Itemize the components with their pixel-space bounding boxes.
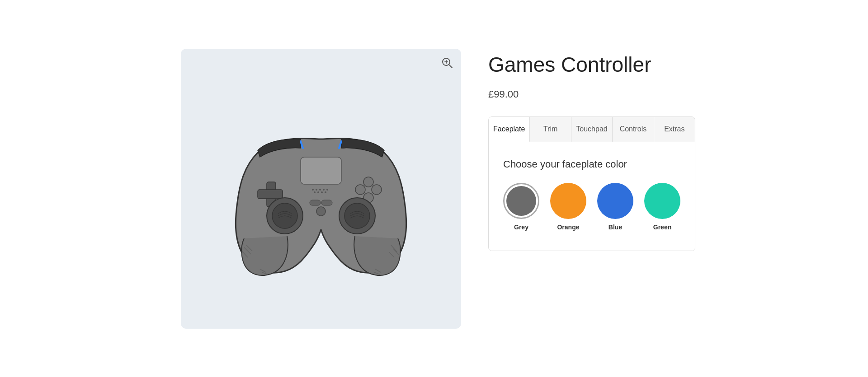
tab-touchpad[interactable]: Touchpad <box>571 117 613 142</box>
tabs-panel: Faceplate Trim Touchpad Controls Extras … <box>488 116 695 251</box>
tab-trim[interactable]: Trim <box>530 117 571 142</box>
color-options: Grey Orange Blue Green <box>503 183 680 231</box>
svg-point-7 <box>312 189 314 191</box>
color-swatch-orange[interactable] <box>550 183 586 219</box>
tab-controls[interactable]: Controls <box>613 117 654 142</box>
color-label-grey: Grey <box>514 223 528 231</box>
svg-rect-17 <box>258 190 283 199</box>
svg-point-9 <box>319 189 321 191</box>
svg-point-19 <box>372 185 382 195</box>
svg-point-15 <box>325 191 326 193</box>
svg-point-28 <box>316 207 326 216</box>
color-label-orange: Orange <box>557 223 579 231</box>
color-label-blue: Blue <box>609 223 622 231</box>
svg-point-18 <box>363 177 373 187</box>
svg-rect-6 <box>301 157 341 184</box>
product-price: £99.00 <box>488 88 695 100</box>
svg-rect-27 <box>321 200 332 205</box>
svg-point-14 <box>321 191 323 193</box>
svg-point-8 <box>316 189 317 191</box>
tab-extras[interactable]: Extras <box>654 117 695 142</box>
tabs-header: Faceplate Trim Touchpad Controls Extras <box>489 117 695 142</box>
product-info: Games Controller £99.00 Faceplate Trim T… <box>488 49 695 251</box>
color-option-orange[interactable]: Orange <box>550 183 586 231</box>
color-swatch-blue[interactable] <box>597 183 633 219</box>
svg-line-1 <box>449 65 452 68</box>
svg-point-12 <box>314 191 316 193</box>
color-label-green: Green <box>653 223 671 231</box>
color-option-green[interactable]: Green <box>644 183 680 231</box>
color-option-blue[interactable]: Blue <box>597 183 633 231</box>
svg-point-21 <box>355 185 365 195</box>
tab-content-faceplate: Choose your faceplate color Grey Orange <box>489 142 695 251</box>
controller-image <box>212 80 429 297</box>
product-container: Games Controller £99.00 Faceplate Trim T… <box>163 31 705 347</box>
svg-rect-26 <box>310 200 321 205</box>
color-swatch-grey[interactable] <box>503 183 539 219</box>
color-swatch-green[interactable] <box>644 183 680 219</box>
svg-point-11 <box>326 189 328 191</box>
color-option-grey[interactable]: Grey <box>503 183 539 231</box>
color-section-title: Choose your faceplate color <box>503 158 680 170</box>
product-title: Games Controller <box>488 53 695 76</box>
svg-point-10 <box>323 189 325 191</box>
tab-faceplate[interactable]: Faceplate <box>489 117 530 142</box>
image-panel <box>181 49 461 329</box>
svg-point-13 <box>317 191 319 193</box>
zoom-icon[interactable] <box>441 57 453 71</box>
